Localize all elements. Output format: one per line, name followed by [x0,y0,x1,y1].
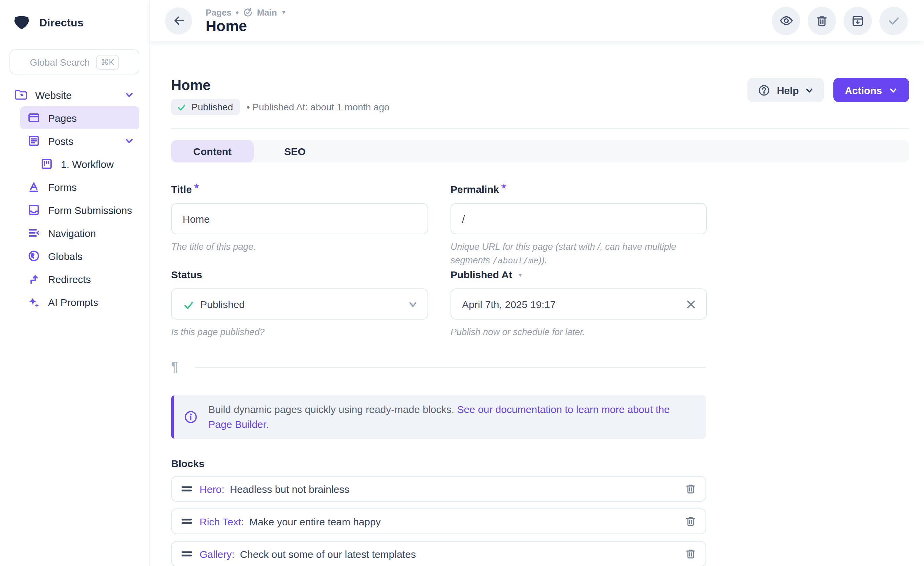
block-type-label: Gallery: [200,548,234,560]
drag-handle-icon[interactable] [181,484,192,494]
sidebar: Directus Global Search ⌘K Website Pages [0,0,150,566]
sidebar-item-label: Navigation [48,227,140,239]
drag-handle-icon[interactable] [181,516,192,526]
sidebar-item-navigation[interactable]: Navigation [20,221,140,244]
blocks-section-label: Blocks [171,458,909,469]
sidebar-item-label: AI Prompts [48,296,140,308]
title-helper: The title of this page. [171,240,428,268]
sidebar-item-label: Forms [48,181,140,193]
published-at-helper: Publish now or schedule for later. [450,326,707,354]
question-circle-icon [758,84,771,96]
sidebar-item-posts[interactable]: Posts [20,129,140,152]
trash-icon[interactable] [684,548,697,560]
help-button[interactable]: Help [748,78,824,102]
folder-star-icon [14,88,28,102]
sidebar-item-label: Posts [48,135,117,147]
actions-button-label: Actions [845,84,882,96]
chevron-down-icon [889,86,898,95]
main-area: Pages • Main ▼ Home [150,0,924,566]
info-icon [183,409,198,424]
divider [171,128,909,129]
permalink-input-value: / [462,213,697,224]
published-at-value: April 7th, 2025 19:17 [462,298,678,310]
sidebar-item-workflow[interactable]: 1. Workflow [20,152,140,175]
block-row-gallery[interactable]: Gallery: Check out some of our latest te… [171,541,706,566]
eye-icon [779,14,793,28]
published-at-input[interactable]: April 7th, 2025 19:17 [450,288,707,319]
actions-button[interactable]: Actions [833,78,909,102]
sidebar-item-forms[interactable]: Forms [20,175,140,199]
block-title: Make your entire team happy [249,516,381,527]
chevron-down-icon [805,86,814,95]
chevron-down-icon [408,299,418,309]
sidebar-item-redirects[interactable]: Redirects [20,268,140,291]
title-input[interactable]: Home [171,203,428,234]
globe-icon [27,249,40,263]
sidebar-nav: Website Pages Posts [9,83,140,313]
clear-icon[interactable] [685,298,697,310]
tab-seo[interactable]: SEO [254,140,336,163]
tab-label: Content [193,146,231,157]
field-permalink: Permalink★ / Unique URL for this page (s… [450,183,707,268]
block-type-label: Hero: [200,483,224,495]
required-star-icon: ★ [194,182,199,189]
delete-button[interactable] [808,6,836,35]
info-banner: Build dynamic pages quickly using ready-… [171,395,706,439]
published-meta: • Published At: about 1 month ago [246,102,389,112]
required-star-icon: ★ [501,182,506,189]
chevron-down-icon [124,136,134,146]
trash-icon[interactable] [684,515,697,527]
title-input-value: Home [183,213,418,224]
sidebar-item-website[interactable]: Website [9,83,140,106]
status-helper: Is this page published? [171,326,428,354]
title-label: Title [171,184,192,195]
status-select-value: Published [200,298,400,310]
topbar: Pages • Main ▼ Home [150,0,924,41]
post-document-icon [27,134,40,148]
trash-icon[interactable] [684,483,697,495]
page-title: Home [171,78,389,93]
help-button-label: Help [777,84,799,96]
kanban-board-icon [40,157,54,171]
chevron-down-icon [124,90,134,99]
block-type-label: Rich Text: [200,516,244,527]
sidebar-item-label: Redirects [48,273,140,285]
sidebar-item-form-submissions[interactable]: Form Submissions [20,199,140,221]
search-shortcut-badge: ⌘K [96,54,119,69]
permalink-input[interactable]: / [450,203,707,234]
global-search-placeholder: Global Search [30,57,90,67]
paragraph-divider: ¶ [171,360,706,375]
archive-button[interactable] [843,6,872,35]
label-dropdown-icon[interactable]: ▼ [518,272,523,278]
check-icon [177,102,187,112]
sidebar-item-label: Globals [48,250,140,262]
directus-app: Directus Global Search ⌘K Website Pages [0,0,924,566]
version-sync-icon [243,7,253,17]
version-chevron-icon: ▼ [281,9,286,15]
block-row-rich-text[interactable]: Rich Text: Make your entire team happy [171,509,706,534]
letter-a-icon [27,180,40,194]
sidebar-item-pages[interactable]: Pages [20,106,140,129]
brand: Directus [9,14,140,33]
drag-handle-icon[interactable] [181,549,192,558]
check-save-icon [886,14,901,28]
breadcrumb: Pages • Main ▼ Home [206,7,286,34]
status-select[interactable]: Published [171,288,428,319]
content-area: Home Published • Published At: about 1 m… [150,41,924,566]
tab-content[interactable]: Content [171,140,254,163]
redirect-arrow-icon [27,272,40,286]
save-button[interactable] [879,6,908,35]
breadcrumb-root[interactable]: Pages [206,7,232,17]
sidebar-item-ai-prompts[interactable]: AI Prompts [20,291,140,313]
version-selector[interactable]: Main [257,7,277,17]
preview-button[interactable] [772,6,800,35]
global-search-input[interactable]: Global Search ⌘K [9,50,140,74]
sidebar-item-globals[interactable]: Globals [20,244,140,268]
block-row-hero[interactable]: Hero: Headless but not brainless [171,476,706,502]
block-title: Check out some of our latest templates [240,548,416,560]
sidebar-item-label: Form Submissions [48,204,140,216]
field-title: Title★ Home The title of this page. [171,183,428,268]
nav-list-icon [27,226,40,240]
status-label: Status [171,269,202,280]
back-button[interactable] [165,7,192,34]
